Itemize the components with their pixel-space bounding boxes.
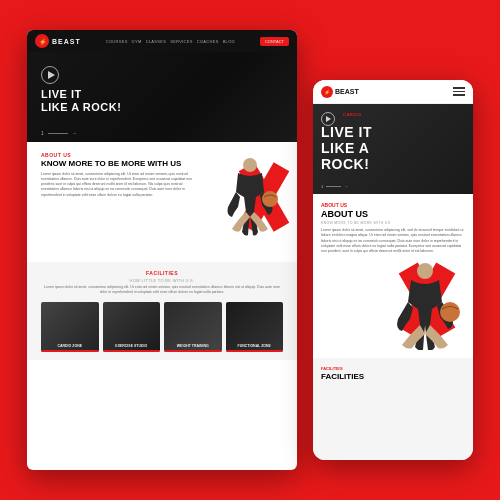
nav-link-blog[interactable]: BLOG (223, 39, 235, 44)
hero-play-button[interactable] (41, 66, 59, 84)
mobile-pagination-line (326, 186, 341, 187)
mobile-logo: ⚡ BEAST (321, 86, 359, 98)
logo-text: BEAST (52, 38, 81, 45)
functional-line (226, 350, 284, 352)
about-person-image (218, 157, 283, 252)
logo-icon: ⚡ (35, 34, 49, 48)
about-body: Lorem ipsum dolor sit amet, consectetur … (41, 172, 193, 198)
nav-link-services[interactable]: SERVICES (170, 39, 193, 44)
about-title: KNOW MORE TO BE MORE WITH US (41, 159, 193, 169)
pagination-total: → (72, 130, 77, 136)
weight-label: WEIGHT TRAINING (164, 344, 222, 348)
mobile-pagination: 1 → (321, 184, 348, 189)
mobile-pagination-current: 1 (321, 184, 323, 189)
desktop-mockup: ⚡ BEAST COURSES GYM CLASSES SERVICES COA… (27, 30, 297, 470)
mobile-mockup: ⚡ BEAST CARDIO LIVE IT LIKE A ROCK! (313, 80, 473, 460)
nav-cta-button[interactable]: CONTACT (260, 37, 289, 46)
desktop-hero: LIVE IT LIKE A ROCK! 1 → (27, 52, 297, 142)
facilities-body: Lorem ipsum dolor sit amet, consectetur … (41, 285, 283, 296)
nav-link-gym[interactable]: GYM (132, 39, 142, 44)
facilities-subtitle: HOW LITTLE TO BE WITH U.S. (41, 278, 283, 283)
play-icon (48, 71, 55, 79)
facilities-label: FACILITIES (41, 270, 283, 276)
hamburger-line-3 (453, 94, 465, 96)
mobile-about-body: Lorem ipsum dolor sit amet, consectetur … (321, 228, 465, 254)
mobile-about-subtitle: KNOW MORE TO BE MORE WITH US (321, 221, 465, 225)
mobile-facilities-label: FACILITIES (321, 366, 465, 371)
mobile-about-section: About Us About Us KNOW MORE TO BE MORE W… (313, 194, 473, 358)
desktop-about-section: ABOUT US KNOW MORE TO BE MORE WITH US Lo… (27, 142, 297, 262)
hamburger-line-2 (453, 91, 465, 93)
mobile-facilities-section: FACILITIES FACILITIES (313, 358, 473, 460)
cardio-label: CARDIO ZONE (41, 344, 99, 348)
mobile-nav: ⚡ BEAST (313, 80, 473, 104)
about-image (203, 152, 283, 252)
cardio-line (41, 350, 99, 352)
nav-link-courses[interactable]: COURSES (106, 39, 128, 44)
mobile-play-icon (326, 116, 331, 122)
mobile-facilities-title: FACILITIES (321, 372, 465, 381)
hero-headline: LIVE IT LIKE A ROCK! (41, 88, 121, 114)
svg-point-0 (243, 158, 257, 172)
facilities-grid: CARDIO ZONE EXERCISE STUDIO WEIGHT TRAIN… (41, 302, 283, 352)
mobile-about-title: About Us (321, 209, 465, 219)
mobile-about-image (321, 260, 465, 350)
desktop-nav: ⚡ BEAST COURSES GYM CLASSES SERVICES COA… (27, 30, 297, 52)
exercise-line (103, 350, 161, 352)
svg-point-1 (262, 191, 278, 207)
facility-card-cardio[interactable]: CARDIO ZONE (41, 302, 99, 352)
facility-card-exercise[interactable]: EXERCISE STUDIO (103, 302, 161, 352)
mobile-hero: CARDIO LIVE IT LIKE A ROCK! 1 → (313, 104, 473, 194)
desktop-facilities-section: FACILITIES HOW LITTLE TO BE WITH U.S. Lo… (27, 262, 297, 360)
facility-card-functional[interactable]: FUNCTIONAL ZONE (226, 302, 284, 352)
facilities-header: FACILITIES HOW LITTLE TO BE WITH U.S. Lo… (41, 270, 283, 296)
nav-links: COURSES GYM CLASSES SERVICES COACHES BLO… (106, 39, 235, 44)
functional-label: FUNCTIONAL ZONE (226, 344, 284, 348)
mobile-about-label: About Us (321, 202, 465, 208)
mobile-hero-category: CARDIO (343, 112, 362, 117)
exercise-label: EXERCISE STUDIO (103, 344, 161, 348)
hamburger-menu[interactable] (453, 87, 465, 96)
hero-text: LIVE IT LIKE A ROCK! (41, 88, 121, 114)
about-label: ABOUT US (41, 152, 193, 158)
mobile-hero-text: LIVE IT LIKE A ROCK! (321, 124, 372, 172)
nav-link-classes[interactable]: CLASSES (146, 39, 167, 44)
scene: ⚡ BEAST COURSES GYM CLASSES SERVICES COA… (0, 0, 500, 500)
mobile-logo-text: BEAST (335, 88, 359, 95)
hamburger-line-1 (453, 87, 465, 89)
hero-pagination: 1 → (41, 130, 77, 136)
nav-link-coaches[interactable]: COACHES (197, 39, 219, 44)
weight-line (164, 350, 222, 352)
svg-point-2 (417, 263, 433, 279)
facility-card-weight[interactable]: WEIGHT TRAINING (164, 302, 222, 352)
mobile-logo-icon: ⚡ (321, 86, 333, 98)
about-text: ABOUT US KNOW MORE TO BE MORE WITH US Lo… (41, 152, 193, 252)
svg-point-3 (440, 302, 460, 322)
mobile-hero-headline: LIVE IT LIKE A ROCK! (321, 124, 372, 172)
desktop-logo: ⚡ BEAST (35, 34, 81, 48)
about-person-container (203, 152, 283, 252)
mobile-pagination-arrow: → (344, 184, 348, 189)
pagination-line (48, 133, 68, 134)
pagination-current: 1 (41, 130, 44, 136)
mobile-person-image (385, 262, 465, 350)
